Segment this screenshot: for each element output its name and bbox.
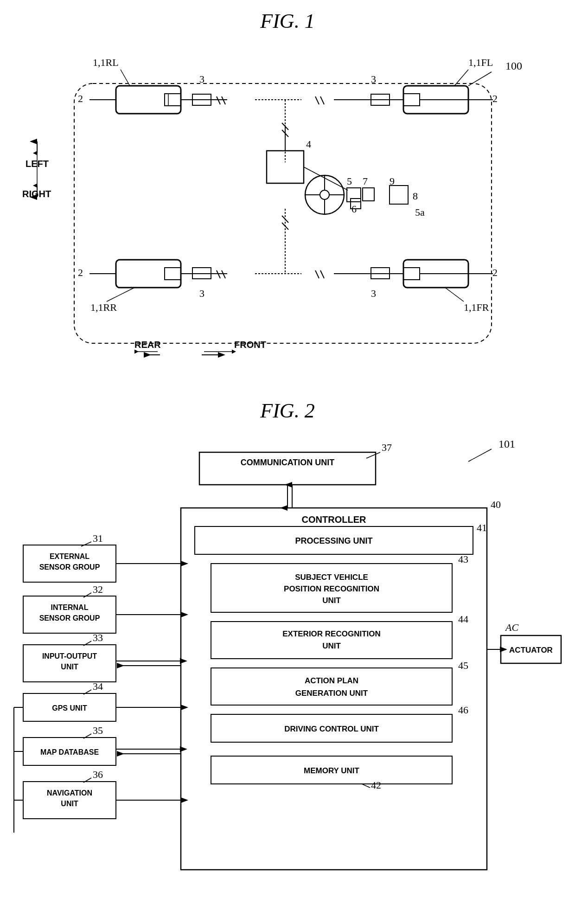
ref-100: 100 [505, 60, 522, 72]
svg-rect-18 [165, 94, 181, 106]
external-sensor-label-2: SENSOR GROUP [39, 563, 100, 571]
exterior-rec-label-1: EXTERIOR RECOGNITION [282, 629, 381, 638]
ref-40: 40 [491, 499, 501, 510]
ref-37: 37 [382, 442, 392, 453]
ref-3c: 3 [199, 288, 204, 299]
ref-4: 4 [306, 138, 311, 150]
ref-31: 31 [93, 533, 103, 544]
input-output-label-1: INPUT-OUTPUT [42, 652, 97, 660]
svg-rect-73 [211, 668, 452, 705]
svg-line-51 [320, 96, 324, 104]
svg-line-76 [362, 784, 370, 788]
map-db-label: MAP DATABASE [40, 748, 99, 756]
svg-line-39 [304, 167, 348, 190]
svg-line-81 [83, 593, 91, 597]
processing-unit-label: PROCESSING UNIT [295, 536, 372, 545]
subject-vehicle-label-1: SUBJECT VEHICLE [295, 573, 368, 582]
svg-line-42 [107, 288, 134, 302]
ref-2d: 2 [492, 267, 498, 278]
svg-line-66 [366, 452, 380, 458]
svg-line-55 [222, 270, 225, 278]
action-plan-label-2: GENERATION UNIT [295, 689, 368, 698]
front-label: FRONT [234, 340, 266, 350]
controller-label: CONTROLLER [302, 514, 366, 525]
svg-line-43 [445, 288, 464, 302]
svg-rect-24 [403, 268, 420, 280]
ref-fr: 1,1FR [464, 302, 489, 313]
ac-label: AC [505, 622, 518, 633]
fig1-title: FIG. 1 [260, 10, 314, 32]
action-plan-label-1: ACTION PLAN [305, 676, 358, 685]
ref-42: 42 [371, 779, 381, 791]
ref-44: 44 [458, 613, 468, 625]
ref-101: 101 [498, 438, 515, 450]
svg-point-29 [320, 190, 329, 199]
ref-3b: 3 [371, 73, 376, 85]
ref-2c: 2 [78, 267, 83, 278]
ref-rr: 1,1RR [90, 302, 117, 313]
exterior-rec-label-2: UNIT [322, 642, 341, 650]
gps-label: GPS UNIT [52, 704, 87, 712]
ref-5a: 5a [415, 206, 425, 218]
input-output-label-2: UNIT [61, 663, 78, 671]
fig1-title-container: FIG. 1 [0, 9, 575, 33]
svg-rect-5 [74, 83, 492, 343]
svg-rect-23 [165, 268, 181, 280]
svg-rect-36 [363, 188, 374, 201]
ref-8: 8 [413, 190, 418, 202]
ref-46: 46 [458, 704, 468, 716]
ref-41: 41 [477, 522, 487, 533]
svg-rect-72 [211, 622, 452, 659]
fig2-title: FIG. 2 [260, 399, 314, 422]
ref-45: 45 [458, 660, 468, 671]
ref-35: 35 [93, 725, 103, 736]
ref-33: 33 [93, 632, 103, 643]
svg-line-64 [468, 449, 492, 462]
subject-vehicle-label-3: UNIT [322, 596, 341, 605]
svg-line-56 [315, 270, 319, 278]
ref-5: 5 [347, 175, 352, 187]
fig1-diagram: 100 LEFT RIGHT REAR FRONT [0, 32, 575, 413]
fig2-diagram: 101 COMMUNICATION UNIT 37 CONTROLLER 40 … [0, 427, 575, 918]
svg-rect-20 [403, 94, 420, 106]
ref-3a: 3 [199, 73, 204, 85]
ref-2b: 2 [492, 93, 498, 104]
ref-36: 36 [93, 769, 103, 780]
ref-fl: 1,1FL [468, 57, 493, 68]
ref-34: 34 [93, 680, 103, 692]
svg-line-49 [222, 96, 225, 104]
ref-7: 7 [363, 175, 368, 187]
svg-line-50 [315, 96, 319, 104]
ref-6: 6 [351, 203, 357, 215]
external-sensor-label-1: EXTERNAL [50, 552, 89, 560]
svg-rect-9 [116, 260, 181, 288]
ref-2a: 2 [78, 93, 83, 104]
ref-9: 9 [390, 175, 395, 187]
svg-line-48 [217, 96, 220, 104]
ref-3d: 3 [371, 288, 376, 299]
rear-label: REAR [134, 340, 161, 350]
ref-32: 32 [93, 584, 103, 595]
svg-line-57 [320, 270, 324, 278]
comm-unit-label: COMMUNICATION UNIT [241, 458, 335, 467]
internal-sensor-label-2: SENSOR GROUP [39, 614, 100, 622]
svg-rect-37 [390, 186, 408, 204]
subject-vehicle-label-2: POSITION RECOGNITION [284, 584, 379, 593]
memory-unit-label: MEMORY UNIT [304, 766, 360, 775]
svg-line-54 [217, 270, 220, 278]
internal-sensor-label-1: INTERNAL [51, 603, 89, 611]
nav-label-2: UNIT [61, 800, 78, 808]
actuator-label: ACTUATOR [509, 646, 553, 654]
driving-control-label: DRIVING CONTROL UNIT [284, 725, 379, 733]
svg-rect-7 [116, 86, 181, 114]
fig2-title-container: FIG. 2 [0, 399, 575, 423]
ref-rl: 1,1RL [93, 57, 119, 68]
svg-line-78 [81, 542, 91, 546]
nav-label-1: NAVIGATION [47, 789, 92, 797]
ref-43: 43 [458, 553, 468, 565]
svg-rect-65 [199, 452, 376, 485]
svg-rect-34 [347, 188, 361, 202]
